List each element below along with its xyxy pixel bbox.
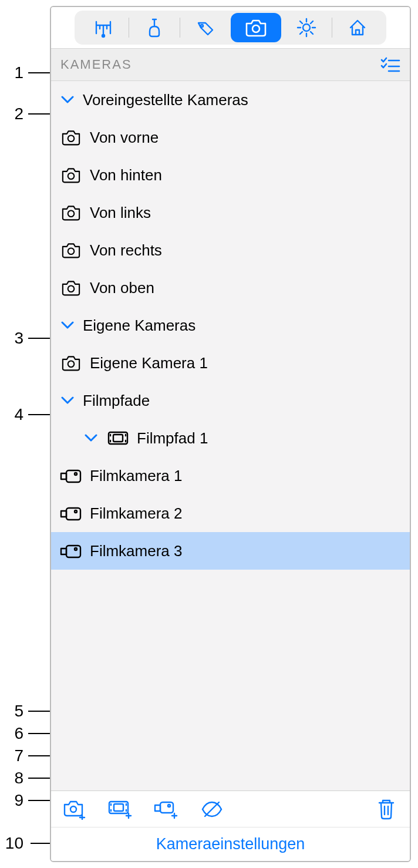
house-icon	[347, 17, 368, 38]
eye-slash-icon	[200, 800, 224, 819]
svg-point-5	[68, 173, 75, 179]
materials-tab[interactable]	[129, 13, 180, 42]
callout-2: 2	[0, 105, 23, 123]
chevron-down-icon	[59, 321, 76, 329]
item-label: Eigene Kamera 1	[90, 354, 208, 372]
chevron-down-icon	[59, 396, 76, 405]
group-preset-cameras[interactable]: Voreingestellte Kameras	[51, 81, 410, 119]
camera-icon	[59, 166, 83, 184]
svg-point-3	[303, 24, 310, 31]
svg-point-18	[70, 806, 76, 812]
toolbar-segmented	[75, 11, 386, 45]
path-label: Filmpfad 1	[137, 429, 208, 448]
film-camera-2[interactable]: Filmkamera 2	[51, 494, 410, 532]
annotations-tab[interactable]	[180, 13, 231, 42]
svg-point-4	[68, 135, 75, 142]
item-label: Von rechts	[90, 241, 162, 260]
svg-rect-16	[66, 546, 80, 557]
delete-button[interactable]	[373, 798, 399, 821]
cameras-tab[interactable]	[231, 13, 281, 42]
svg-point-15	[75, 510, 77, 513]
camera-item-top[interactable]: Von oben	[51, 269, 410, 307]
svg-rect-20	[114, 804, 123, 811]
item-label: Filmkamera 3	[90, 542, 182, 560]
section-header: KAMERAS	[51, 48, 410, 81]
chevron-down-icon	[59, 96, 76, 104]
toggle-visibility-button[interactable]	[199, 798, 225, 821]
camera-icon	[59, 129, 83, 146]
film-camera-3[interactable]: Filmkamera 3	[51, 532, 410, 570]
callout-6: 6	[0, 724, 23, 743]
chevron-down-icon	[83, 434, 99, 442]
camera-settings-link[interactable]: Kameraeinstellungen	[156, 835, 305, 853]
item-label: Von oben	[90, 279, 154, 297]
bottom-left-group	[62, 798, 225, 821]
lighting-tab[interactable]	[281, 13, 332, 42]
measure-tab[interactable]	[78, 13, 129, 42]
camera-item-front[interactable]: Von vorne	[51, 119, 410, 156]
caliper-icon	[93, 17, 114, 38]
item-label: Filmkamera 2	[90, 504, 182, 523]
callout-10: 10	[0, 834, 23, 853]
callout-4: 4	[0, 405, 23, 424]
selection-options-button[interactable]	[380, 56, 400, 73]
group-label: Voreingestellte Kameras	[83, 91, 248, 109]
item-label: Von vorne	[90, 129, 159, 147]
add-path-button[interactable]	[107, 798, 133, 821]
top-toolbar	[51, 7, 410, 48]
checklist-icon	[380, 56, 400, 73]
add-camera-button[interactable]	[62, 798, 87, 821]
camera-list: Voreingestellte Kameras Von vorne Von hi…	[51, 81, 410, 790]
brush-icon	[144, 17, 165, 38]
camera-item-back[interactable]: Von hinten	[51, 156, 410, 194]
bottom-toolbar	[51, 790, 410, 827]
camera-plus-icon	[62, 799, 87, 820]
callout-7: 7	[0, 746, 23, 765]
item-label: Filmkamera 1	[90, 467, 182, 485]
camera-icon	[59, 279, 83, 297]
camera-item-right[interactable]: Von rechts	[51, 231, 410, 269]
movie-camera-icon	[59, 543, 83, 559]
svg-point-1	[201, 25, 203, 27]
callout-9: 9	[0, 791, 23, 810]
camera-icon	[59, 354, 83, 372]
callout-5: 5	[0, 702, 23, 721]
trash-icon	[377, 798, 396, 820]
sun-icon	[296, 17, 317, 38]
architecture-tab[interactable]	[332, 13, 383, 42]
film-path-1[interactable]: Filmpfad 1	[51, 419, 410, 457]
svg-rect-21	[160, 802, 173, 813]
item-label: Von hinten	[90, 166, 162, 184]
svg-point-13	[75, 473, 77, 475]
camera-item-custom-1[interactable]: Eigene Kamera 1	[51, 344, 410, 382]
footer-row: Kameraeinstellungen	[51, 827, 410, 861]
group-film-paths[interactable]: Filmpfade	[51, 382, 410, 419]
callout-3: 3	[0, 329, 23, 348]
section-title: KAMERAS	[60, 57, 132, 72]
inspector-panel: KAMERAS Voreingestellte Kameras Von vorn…	[50, 6, 411, 862]
svg-rect-12	[66, 470, 80, 482]
svg-rect-11	[113, 435, 123, 442]
svg-rect-14	[66, 508, 80, 520]
group-label: Filmpfade	[83, 392, 150, 410]
group-custom-cameras[interactable]: Eigene Kameras	[51, 307, 410, 344]
svg-point-7	[68, 248, 75, 254]
film-camera-1[interactable]: Filmkamera 1	[51, 457, 410, 494]
camera-icon	[59, 204, 83, 221]
camera-icon	[244, 18, 268, 38]
callout-1: 1	[0, 63, 23, 82]
movie-camera-icon	[59, 467, 83, 484]
camera-item-left[interactable]: Von links	[51, 194, 410, 231]
svg-point-9	[68, 361, 75, 367]
camera-icon	[59, 241, 83, 259]
add-film-camera-button[interactable]	[153, 798, 179, 821]
movie-camera-icon	[59, 505, 83, 522]
svg-point-17	[75, 548, 77, 550]
svg-point-8	[68, 285, 75, 292]
item-label: Von links	[90, 204, 151, 222]
movie-camera-plus-icon	[153, 799, 179, 819]
svg-point-22	[168, 805, 170, 807]
filmstrip-icon	[106, 430, 130, 446]
group-label: Eigene Kameras	[83, 317, 195, 335]
filmstrip-plus-icon	[107, 799, 133, 819]
